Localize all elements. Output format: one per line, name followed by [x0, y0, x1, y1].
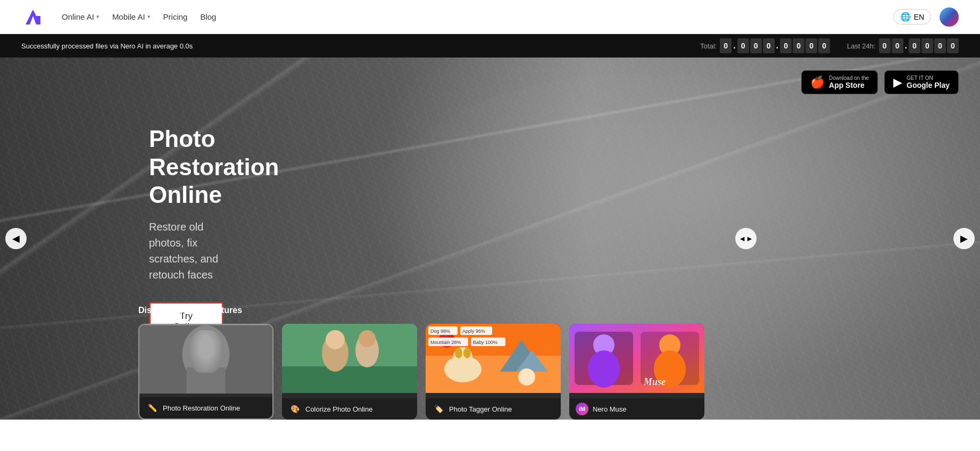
hero-title: Photo Restoration Online: [149, 125, 223, 209]
digit: 0: [720, 38, 732, 53]
apple-icon: 🍎: [810, 76, 825, 89]
digit: 0: [763, 38, 775, 53]
total-count: Total: 0 . 0 0 0 . 0 0 0 0: [700, 38, 830, 53]
svg-rect-5: [187, 367, 226, 393]
svg-point-17: [463, 348, 471, 358]
nav-left: Online AI ▾ Mobile AI ▾ Pricing Blog: [21, 5, 216, 29]
digit: 0: [793, 38, 804, 53]
card-photo-tagger[interactable]: Dog 98% Apply 95% Mountain 28% Baby 100%…: [426, 324, 561, 420]
nav-right: 🌐 EN: [893, 7, 959, 27]
nav-links: Online AI ▾ Mobile AI ▾ Pricing Blog: [62, 12, 216, 21]
card-image-muse: Muse: [569, 324, 704, 393]
last24h-digits: 0 0 . 0 0 0 0: [879, 38, 959, 53]
nav-mobile-ai[interactable]: Mobile AI ▾: [112, 12, 151, 21]
digit: 0: [934, 38, 946, 53]
google-play-icon: ▶: [893, 76, 902, 89]
svg-text:Dog 98%: Dog 98%: [430, 329, 450, 334]
card-footer-restoration: ✏️ Photo Restoration Online: [139, 397, 272, 419]
colorize-icon: 🎨: [288, 403, 301, 415]
svg-point-16: [455, 348, 462, 358]
appstore-google-button[interactable]: ▶ GET IT ON Google Play: [884, 70, 959, 94]
language-button[interactable]: 🌐 EN: [893, 9, 931, 24]
card-image-colorize: [282, 324, 417, 393]
digit: 0: [780, 38, 792, 53]
hero-section: 🍎 Download on the App Store ▶ GET IT ON …: [0, 58, 980, 420]
chevron-down-icon: ▾: [96, 13, 99, 20]
last24h-count: Last 24h: 0 0 . 0 0 0 0: [847, 38, 959, 53]
svg-point-34: [588, 350, 620, 388]
restoration-icon: ✏️: [146, 401, 159, 414]
card-image-tagger: Dog 98% Apply 95% Mountain 28% Baby 100%: [426, 324, 561, 393]
nav-pricing[interactable]: Pricing: [163, 12, 188, 21]
svg-rect-7: [282, 366, 417, 393]
globe-icon: 🌐: [900, 12, 911, 22]
discover-section: Discover Nero AI features ✏️ Photo Resto…: [0, 306, 980, 420]
tagger-icon: 🏷️: [432, 403, 445, 415]
svg-point-11: [359, 330, 376, 347]
card-footer-colorize: 🎨 Colorize Photo Online: [282, 398, 417, 420]
svg-text:Mountain 28%: Mountain 28%: [430, 340, 461, 345]
svg-point-10: [326, 330, 345, 349]
card-label-muse: Nero Muse: [593, 405, 627, 413]
svg-point-20: [518, 368, 535, 386]
appstore-apple-button[interactable]: 🍎 Download on the App Store: [801, 70, 878, 94]
logo[interactable]: [21, 5, 45, 29]
card-image-restoration: [139, 325, 272, 394]
digit: 0: [947, 38, 959, 53]
card-label-restoration: Photo Restoration Online: [163, 404, 240, 412]
discover-title: Discover Nero AI features: [138, 306, 842, 315]
appstore-buttons: 🍎 Download on the App Store ▶ GET IT ON …: [801, 70, 959, 94]
chevron-down-icon: ▾: [147, 13, 151, 20]
card-label-tagger: Photo Tagger Online: [449, 405, 512, 413]
discover-cards: ✏️ Photo Restoration Online: [138, 324, 842, 420]
digit: 0: [909, 38, 920, 53]
ticker-bar: Successfully processed files via Nero AI…: [0, 34, 980, 58]
card-footer-muse: iM Nero Muse: [569, 398, 704, 420]
card-footer-tagger: 🏷️ Photo Tagger Online: [426, 398, 561, 420]
total-digits: 0 . 0 0 0 . 0 0 0 0: [720, 38, 830, 53]
nav-online-ai[interactable]: Online AI ▾: [62, 12, 99, 21]
card-colorize[interactable]: 🎨 Colorize Photo Online: [282, 324, 417, 420]
nav-blog[interactable]: Blog: [200, 12, 216, 21]
card-photo-restoration[interactable]: ✏️ Photo Restoration Online: [138, 324, 273, 420]
digit: 0: [921, 38, 933, 53]
svg-rect-0: [36, 16, 40, 24]
hero-center-nav[interactable]: ◄►: [735, 228, 757, 249]
ticker-message: Successfully processed files via Nero AI…: [21, 42, 193, 50]
ticker-counts: Total: 0 . 0 0 0 . 0 0 0 0 Last 24h: 0 0…: [700, 38, 959, 53]
digit: 0: [750, 38, 762, 53]
digit: 0: [818, 38, 830, 53]
card-label-colorize: Colorize Photo Online: [305, 405, 372, 413]
svg-text:Muse: Muse: [643, 376, 666, 387]
digit: 0: [805, 38, 817, 53]
digit: 0: [737, 38, 749, 53]
muse-icon: iM: [576, 403, 588, 415]
hero-subtitle: Restore old photos, fixscratches, and re…: [149, 219, 223, 283]
digit: 0: [879, 38, 891, 53]
digit: 0: [892, 38, 903, 53]
svg-point-4: [194, 331, 217, 360]
slider-prev-button[interactable]: ◀: [5, 228, 27, 249]
avatar[interactable]: [940, 7, 959, 27]
svg-point-3: [190, 331, 221, 367]
navbar: Online AI ▾ Mobile AI ▾ Pricing Blog 🌐 E…: [0, 0, 980, 34]
svg-text:Apply 95%: Apply 95%: [462, 329, 485, 334]
card-nero-muse[interactable]: Muse iM Nero Muse: [569, 324, 704, 420]
svg-text:Baby 100%: Baby 100%: [473, 340, 497, 345]
slider-next-button[interactable]: ▶: [953, 228, 975, 249]
